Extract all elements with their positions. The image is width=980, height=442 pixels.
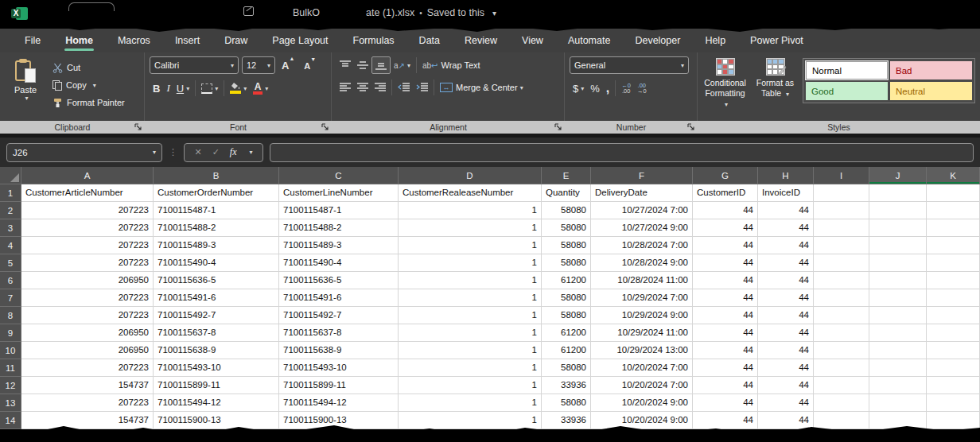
- cell-F7[interactable]: 10/29/2024 7:00: [591, 289, 693, 307]
- cell-G14[interactable]: 44: [693, 412, 758, 429]
- column-header-A[interactable]: A: [21, 167, 154, 184]
- cell-C4[interactable]: 7100115489-3: [279, 237, 399, 254]
- comma-style-button[interactable]: ,: [603, 79, 612, 97]
- conditional-formatting-button[interactable]: Conditional Formatting ▾: [702, 56, 748, 110]
- cell-H7[interactable]: 44: [758, 289, 814, 307]
- cell-H9[interactable]: 44: [758, 324, 814, 342]
- font-dialog-launcher[interactable]: [321, 123, 329, 130]
- cell-B7[interactable]: 7100115491-6: [154, 289, 279, 307]
- cell-F11[interactable]: 10/20/2024 7:00: [591, 359, 693, 377]
- font-size-select[interactable]: 12 ▾: [242, 56, 275, 74]
- cell-F14[interactable]: 10/20/2024 9:00: [591, 412, 693, 429]
- cell-D14[interactable]: 1: [399, 412, 542, 429]
- cell-A1[interactable]: CustomerArticleNumber: [21, 184, 154, 202]
- cell-E8[interactable]: 58080: [542, 307, 591, 324]
- column-header-H[interactable]: H: [758, 167, 814, 184]
- ribbon-tab-power-pivot[interactable]: Power Pivot: [741, 32, 812, 49]
- cell-A3[interactable]: 207223: [21, 219, 154, 237]
- cell-D13[interactable]: 1: [399, 394, 542, 412]
- cell-G4[interactable]: 44: [693, 237, 758, 254]
- cell-J1[interactable]: [869, 184, 927, 202]
- ribbon-tab-draw[interactable]: Draw: [216, 32, 256, 49]
- cell-K4[interactable]: [927, 237, 980, 254]
- cell-B5[interactable]: 7100115490-4: [154, 254, 279, 272]
- row-header-12[interactable]: 12: [0, 377, 21, 394]
- cell-C3[interactable]: 7100115488-2: [279, 219, 399, 237]
- style-neutral[interactable]: Neutral: [890, 82, 972, 100]
- drag-handle-dots[interactable]: ⋮: [169, 147, 177, 157]
- cell-G9[interactable]: 44: [693, 324, 758, 342]
- cell-D6[interactable]: 1: [399, 272, 542, 289]
- cell-I11[interactable]: [814, 359, 869, 377]
- cell-F3[interactable]: 10/27/2024 9:00: [591, 219, 693, 237]
- cell-J11[interactable]: [869, 359, 927, 377]
- style-normal[interactable]: Normal: [806, 61, 888, 79]
- cell-C8[interactable]: 7100115492-7: [279, 307, 399, 324]
- cell-A6[interactable]: 206950: [21, 272, 154, 289]
- cell-E11[interactable]: 58080: [542, 359, 591, 377]
- format-painter-button[interactable]: Format Painter: [52, 95, 125, 111]
- cell-D3[interactable]: 1: [399, 219, 542, 237]
- title-chevron-icon[interactable]: ▾: [492, 9, 496, 17]
- cell-F9[interactable]: 10/29/2024 11:00: [591, 324, 693, 342]
- cell-G1[interactable]: CustomerID: [693, 184, 758, 202]
- cell-H12[interactable]: 44: [758, 377, 814, 394]
- cell-E13[interactable]: 58080: [542, 394, 591, 412]
- column-header-C[interactable]: C: [279, 167, 399, 184]
- cell-I10[interactable]: [814, 342, 869, 359]
- cell-F4[interactable]: 10/28/2024 7:00: [591, 237, 693, 254]
- cell-E12[interactable]: 33936: [542, 377, 591, 394]
- cell-F1[interactable]: DeliveryDate: [591, 184, 693, 202]
- cell-F6[interactable]: 10/28/2024 11:00: [591, 272, 693, 289]
- cell-B4[interactable]: 7100115489-3: [154, 237, 279, 254]
- cell-B12[interactable]: 7100115899-11: [154, 377, 279, 394]
- cell-D11[interactable]: 1: [399, 359, 542, 377]
- cell-I13[interactable]: [814, 394, 869, 412]
- cell-A2[interactable]: 207223: [21, 202, 154, 219]
- enter-button[interactable]: ✓: [212, 147, 220, 157]
- cell-B8[interactable]: 7100115492-7: [154, 307, 279, 324]
- cell-K14[interactable]: [927, 412, 980, 429]
- increase-decimal-button[interactable]: ←0.00: [618, 79, 634, 97]
- cell-I4[interactable]: [814, 237, 869, 254]
- cell-D7[interactable]: 1: [399, 289, 542, 307]
- cell-C5[interactable]: 7100115490-4: [279, 254, 399, 272]
- cell-K2[interactable]: [927, 202, 980, 219]
- cell-B11[interactable]: 7100115493-10: [154, 359, 279, 377]
- cell-H10[interactable]: 44: [758, 342, 814, 359]
- align-top-button[interactable]: [336, 56, 354, 74]
- cell-H5[interactable]: 44: [758, 254, 814, 272]
- column-header-B[interactable]: B: [154, 167, 279, 184]
- cell-F2[interactable]: 10/27/2024 7:00: [591, 202, 693, 219]
- decrease-indent-button[interactable]: [395, 79, 413, 96]
- cell-D4[interactable]: 1: [399, 237, 542, 254]
- cell-K1[interactable]: [927, 184, 980, 202]
- cell-K10[interactable]: [927, 342, 980, 359]
- cell-E10[interactable]: 61200: [542, 342, 591, 359]
- cell-B3[interactable]: 7100115488-2: [154, 219, 279, 237]
- column-header-F[interactable]: F: [591, 167, 693, 184]
- cell-I14[interactable]: [814, 412, 869, 429]
- align-middle-button[interactable]: [354, 56, 371, 74]
- align-center-button[interactable]: [354, 79, 371, 96]
- cell-G7[interactable]: 44: [693, 289, 758, 307]
- cell-I1[interactable]: [814, 184, 869, 202]
- cell-A11[interactable]: 207223: [21, 359, 154, 377]
- cell-H3[interactable]: 44: [758, 219, 814, 237]
- fill-color-button[interactable]: ▾: [227, 79, 250, 97]
- cell-A9[interactable]: 206950: [21, 324, 154, 342]
- cell-J14[interactable]: [869, 412, 927, 429]
- cell-C11[interactable]: 7100115493-10: [279, 359, 399, 377]
- wrap-text-button[interactable]: ab↩ Wrap Text: [419, 56, 484, 74]
- cell-J10[interactable]: [869, 342, 927, 359]
- ribbon-tab-review[interactable]: Review: [456, 32, 506, 49]
- row-header-8[interactable]: 8: [0, 307, 21, 324]
- row-header-13[interactable]: 13: [0, 394, 21, 412]
- cell-A8[interactable]: 207223: [21, 307, 154, 324]
- row-header-5[interactable]: 5: [0, 254, 21, 272]
- row-header-4[interactable]: 4: [0, 237, 21, 254]
- cell-I2[interactable]: [814, 202, 869, 219]
- cell-E14[interactable]: 33936: [542, 412, 591, 429]
- italic-button[interactable]: I: [163, 79, 173, 97]
- cell-E3[interactable]: 58080: [542, 219, 591, 237]
